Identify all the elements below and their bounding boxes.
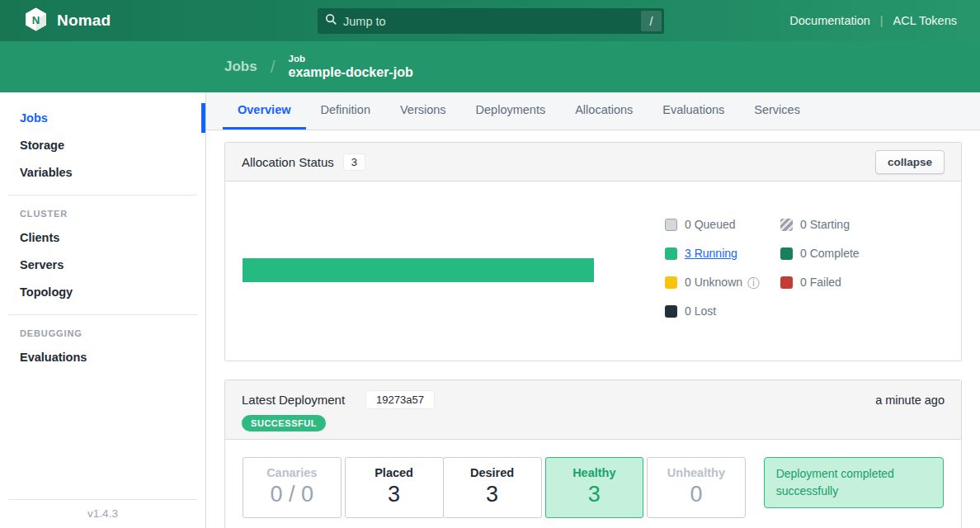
metric-unhealthy-value: 0 (648, 482, 745, 507)
failed-swatch-icon (780, 276, 793, 289)
legend-item-starting: 0 Starting (780, 215, 904, 233)
breadcrumb-job-name: example-docker-job (289, 64, 413, 81)
complete-swatch-icon (780, 248, 793, 260)
sidebar-item-jobs[interactable]: Jobs (0, 106, 205, 130)
deployment-id-badge: 19273a57 (366, 391, 434, 408)
nomad-app: N Nomad / Documentation | ACL Tokens Job… (0, 0, 980, 528)
sidebar-item-storage[interactable]: Storage (0, 133, 205, 158)
sidebar-item-topology[interactable]: Topology (0, 280, 205, 304)
sidebar-section-cluster: CLUSTER (0, 205, 205, 225)
svg-text:N: N (32, 13, 40, 26)
deployment-message: Deployment completed successfully (764, 457, 944, 508)
legend-item-failed: 0 Failed (780, 273, 904, 291)
sidebar-item-clients[interactable]: Clients (0, 225, 205, 250)
lost-swatch-icon (665, 305, 677, 318)
navbar-links-divider: | (880, 14, 883, 27)
version-label: v1.4.3 (0, 500, 205, 528)
allocation-legend: 0 Queued 0 Starting 3 Running (665, 215, 904, 320)
search-input[interactable] (343, 15, 641, 28)
starting-swatch-icon (780, 219, 793, 231)
legend-text: 0 Starting (800, 218, 850, 231)
legend-text: 0 Failed (800, 276, 841, 289)
sidebar-item-evaluations[interactable]: Evaluations (0, 345, 205, 370)
collapse-button[interactable]: collapse (875, 150, 945, 174)
metric-placed-label: Placed (346, 466, 443, 479)
unknown-swatch-icon (665, 276, 677, 289)
legend-item-lost: 0 Lost (665, 302, 780, 320)
search-icon (325, 13, 337, 29)
allocation-count-badge: 3 (344, 154, 365, 170)
breadcrumb-jobs-link[interactable]: Jobs (224, 59, 257, 75)
overview-content: Allocation Status 3 collapse 0 Queued (206, 130, 980, 528)
sidebar-footer: v1.4.3 (0, 499, 205, 528)
job-tabbar: Overview Definition Versions Deployments… (206, 92, 980, 130)
running-allocations-link[interactable]: 3 Running (685, 247, 737, 260)
nomad-brand[interactable]: N Nomad (23, 7, 111, 35)
metric-unhealthy: Unhealthy 0 (647, 457, 746, 518)
deployment-status-badge: SUCCESSFUL (242, 415, 326, 431)
tab-deployments[interactable]: Deployments (461, 92, 561, 130)
tab-overview[interactable]: Overview (223, 92, 306, 130)
main-area: Overview Definition Versions Deployments… (206, 92, 980, 528)
tab-evaluations[interactable]: Evaluations (648, 92, 739, 130)
sidebar-item-variables[interactable]: Variables (0, 160, 205, 185)
documentation-link[interactable]: Documentation (789, 14, 870, 27)
latest-deployment-title: Latest Deployment (242, 393, 345, 407)
tab-allocations[interactable]: Allocations (560, 92, 648, 130)
sidebar-section-debugging: DEBUGGING (0, 325, 205, 345)
allocation-status-header: Allocation Status 3 collapse (225, 143, 961, 182)
metric-healthy: Healthy 3 (545, 457, 644, 518)
metric-canaries-value: 0 / 0 (243, 482, 341, 507)
nomad-logo-icon: N (23, 7, 49, 35)
metric-placed: Placed 3 (345, 457, 444, 518)
slash-shortcut-key: / (641, 11, 662, 31)
breadcrumb-kind-label: Job (289, 53, 413, 64)
breadcrumb-slash: / (271, 57, 276, 77)
legend-text: 0 Unknown (685, 276, 742, 289)
metric-desired-label: Desired (444, 466, 541, 479)
legend-item-running: 3 Running (665, 244, 780, 262)
page-body: Jobs Storage Variables CLUSTER Clients S… (0, 92, 980, 528)
legend-item-unknown: 0 Unknown ⓘ (665, 273, 780, 291)
allocation-running-bar[interactable] (243, 258, 594, 282)
latest-deployment-header: Latest Deployment 19273a57 a minute ago … (225, 380, 961, 440)
legend-text: 0 Lost (685, 304, 716, 318)
tab-services[interactable]: Services (739, 92, 815, 130)
metric-desired-value: 3 (444, 482, 541, 507)
sidebar: Jobs Storage Variables CLUSTER Clients S… (0, 92, 206, 528)
metric-placed-desired-group: Placed 3 Desired 3 (345, 457, 542, 518)
deployment-timestamp: a minute ago (875, 394, 945, 407)
brand-name: Nomad (57, 12, 111, 30)
metric-healthy-value: 3 (546, 482, 643, 507)
deployment-title-row: Latest Deployment 19273a57 a minute ago (242, 391, 945, 408)
legend-text: 0 Queued (685, 218, 736, 231)
sidebar-divider (8, 314, 197, 315)
breadcrumb-current-job[interactable]: Job example-docker-job (289, 53, 413, 81)
metric-desired: Desired 3 (443, 457, 542, 518)
navbar-links: Documentation | ACL Tokens (789, 14, 957, 27)
latest-deployment-body: Canaries 0 / 0 Placed 3 Desired 3 (225, 440, 961, 528)
unknown-info-icon[interactable]: ⓘ (747, 276, 760, 289)
breadcrumb-bar: Jobs / Job example-docker-job (0, 41, 980, 92)
metric-placed-value: 3 (346, 482, 443, 507)
sidebar-item-servers[interactable]: Servers (0, 252, 205, 277)
jump-to-search[interactable]: / (318, 8, 664, 34)
legend-item-queued: 0 Queued (665, 215, 780, 233)
metric-healthy-label: Healthy (546, 466, 643, 479)
queued-swatch-icon (665, 219, 677, 231)
metric-unhealthy-label: Unhealthy (648, 466, 745, 479)
legend-item-complete: 0 Complete (780, 244, 904, 262)
allocation-status-panel: Allocation Status 3 collapse 0 Queued (224, 142, 962, 361)
acl-tokens-link[interactable]: ACL Tokens (893, 14, 957, 27)
sidebar-divider (8, 195, 197, 196)
latest-deployment-panel: Latest Deployment 19273a57 a minute ago … (224, 380, 962, 528)
metric-canaries: Canaries 0 / 0 (243, 457, 342, 518)
legend-text: 0 Complete (800, 247, 860, 260)
metric-canaries-label: Canaries (243, 466, 341, 479)
running-swatch-icon (665, 248, 677, 260)
allocation-status-title: Allocation Status (242, 155, 334, 169)
tab-versions[interactable]: Versions (385, 92, 461, 130)
top-navbar: N Nomad / Documentation | ACL Tokens (0, 0, 980, 41)
tab-definition[interactable]: Definition (306, 92, 385, 130)
allocation-status-body: 0 Queued 0 Starting 3 Running (225, 182, 961, 361)
